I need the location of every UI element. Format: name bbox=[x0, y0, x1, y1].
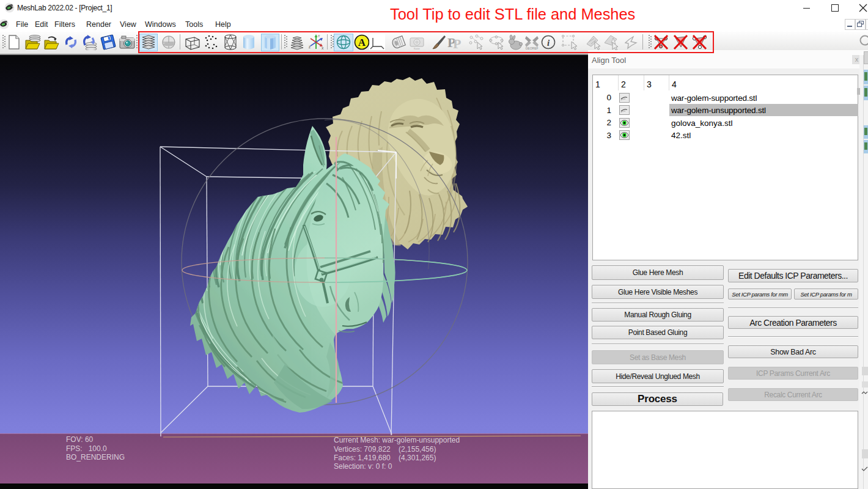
svg-text:Faces: 1,419,680 (4,301,265: Faces: 1,419,680 (4,301,265) bbox=[334, 454, 436, 462]
svg-text:Vertices: 709,822 (2,155,45: Vertices: 709,822 (2,155,456) bbox=[334, 445, 436, 454]
svg-text:FOV: 60: FOV: 60 bbox=[66, 435, 94, 444]
svg-text:BO_RENDERING: BO_RENDERING bbox=[66, 453, 125, 461]
svg-text:Current Mesh: war-golem-unsupp: Current Mesh: war-golem-unsupported bbox=[334, 436, 460, 444]
svg-text:Selection: v: 0 f: 0: Selection: v: 0 f: 0 bbox=[334, 462, 392, 471]
svg-text:FPS: 100.0: FPS: 100.0 bbox=[66, 444, 107, 453]
